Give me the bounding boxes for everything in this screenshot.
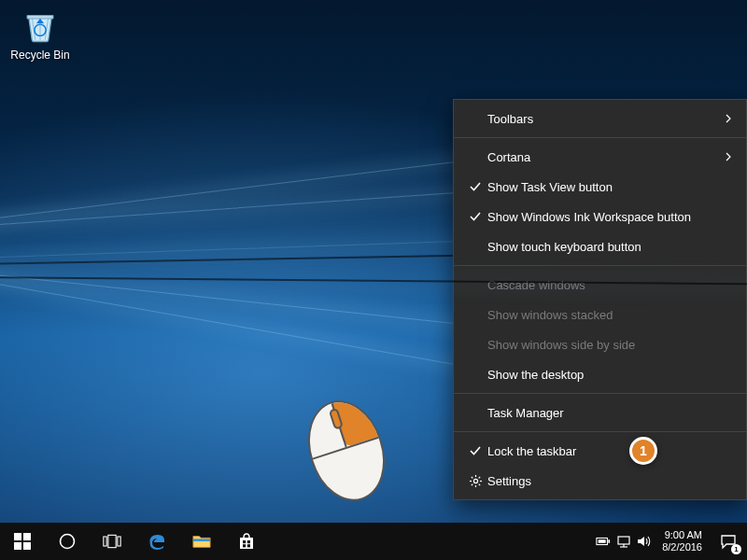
menu-item-show-task-view[interactable]: Show Task View button xyxy=(454,172,746,202)
recycle-bin-icon[interactable]: Recycle Bin xyxy=(7,6,73,62)
check-icon xyxy=(463,180,487,193)
svg-rect-16 xyxy=(118,537,120,546)
clock[interactable]: 9:00 AM 8/2/2016 xyxy=(655,529,710,553)
edge-button[interactable] xyxy=(134,523,179,560)
menu-separator xyxy=(454,137,746,138)
menu-item-lock-taskbar[interactable]: Lock the taskbar 1 xyxy=(454,436,746,466)
svg-line-8 xyxy=(471,483,472,485)
menu-item-show-touch-keyboard[interactable]: Show touch keyboard button xyxy=(454,231,746,261)
menu-item-side-by-side: Show windows side by side xyxy=(454,329,746,359)
taskbar-context-menu: Toolbars Cortana Show Task View button S… xyxy=(453,99,747,500)
cortana-button[interactable] xyxy=(45,523,90,560)
svg-rect-10 xyxy=(23,533,31,540)
svg-rect-24 xyxy=(609,539,611,543)
desktop-background[interactable]: Recycle Bin Toolbars Cortana Show Task V… xyxy=(0,0,747,560)
start-button[interactable] xyxy=(0,523,45,560)
volume-icon[interactable] xyxy=(634,523,655,560)
svg-rect-14 xyxy=(104,537,106,546)
tutorial-callout-1: 1 xyxy=(629,437,657,465)
check-icon xyxy=(463,444,487,457)
svg-rect-12 xyxy=(23,542,31,550)
svg-rect-23 xyxy=(599,539,606,543)
action-center-button[interactable]: 1 xyxy=(710,523,747,560)
chevron-right-icon xyxy=(724,150,733,164)
svg-rect-21 xyxy=(247,544,250,547)
menu-item-toolbars[interactable]: Toolbars xyxy=(454,104,746,133)
menu-item-settings[interactable]: Settings xyxy=(454,466,746,496)
svg-line-5 xyxy=(471,476,472,478)
svg-rect-18 xyxy=(243,540,246,543)
network-icon[interactable] xyxy=(613,523,634,560)
svg-point-13 xyxy=(61,535,75,549)
recycle-bin-label: Recycle Bin xyxy=(10,49,69,62)
clock-date: 8/2/2016 xyxy=(662,541,702,553)
svg-rect-20 xyxy=(243,544,246,547)
svg-rect-11 xyxy=(14,542,21,550)
tutorial-mouse-icon xyxy=(296,391,397,511)
menu-separator xyxy=(454,265,746,266)
store-button[interactable] xyxy=(224,523,269,560)
svg-rect-15 xyxy=(108,535,116,547)
menu-item-show-ink-workspace[interactable]: Show Windows Ink Workspace button xyxy=(454,202,746,231)
svg-rect-19 xyxy=(247,540,250,543)
notification-badge: 1 xyxy=(731,544,741,554)
menu-item-show-desktop[interactable]: Show the desktop xyxy=(454,359,746,389)
taskbar[interactable]: 9:00 AM 8/2/2016 1 xyxy=(0,523,747,560)
svg-rect-25 xyxy=(618,537,629,544)
menu-item-stacked: Show windows stacked xyxy=(454,300,746,329)
svg-rect-9 xyxy=(14,533,21,540)
check-icon xyxy=(463,210,487,223)
file-explorer-button[interactable] xyxy=(179,523,224,560)
gear-icon xyxy=(463,474,487,488)
menu-separator xyxy=(454,431,746,432)
battery-icon[interactable] xyxy=(593,523,613,560)
svg-rect-17 xyxy=(193,539,210,541)
system-tray: 9:00 AM 8/2/2016 1 xyxy=(593,523,747,560)
svg-point-0 xyxy=(473,479,477,483)
svg-line-7 xyxy=(478,476,480,478)
menu-item-task-manager[interactable]: Task Manager xyxy=(454,398,746,427)
menu-item-cascade-windows: Cascade windows xyxy=(454,270,746,300)
menu-item-cortana[interactable]: Cortana xyxy=(454,142,746,172)
task-view-button[interactable] xyxy=(90,523,134,560)
menu-separator xyxy=(454,393,746,394)
chevron-right-icon xyxy=(724,112,733,126)
svg-line-6 xyxy=(478,483,480,485)
clock-time: 9:00 AM xyxy=(662,529,702,541)
